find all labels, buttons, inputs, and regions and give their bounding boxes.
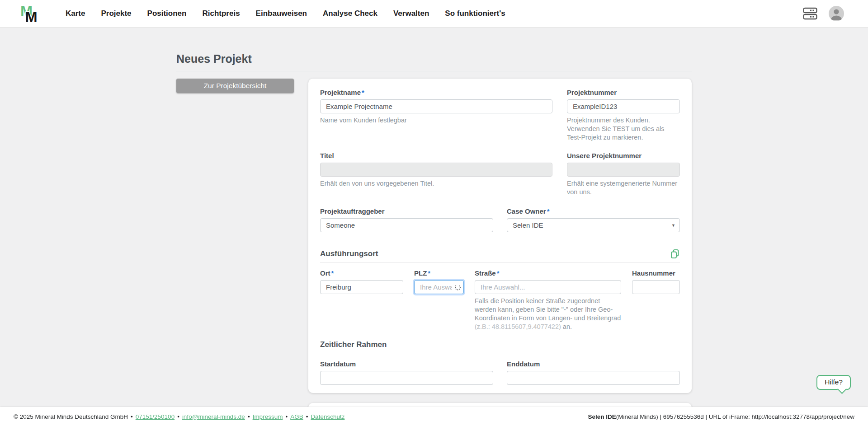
titel-hint: Erhält den von uns vorgegebenen Titel. bbox=[320, 179, 552, 188]
field-case-owner: Case Owner* Selen IDE ▼ bbox=[507, 207, 680, 232]
copy-location-button[interactable] bbox=[670, 249, 680, 259]
nav-item-projekte[interactable]: Projekte bbox=[101, 9, 131, 18]
projektnummer-hint: Projektnummer des Kunden. Verwenden Sie … bbox=[567, 116, 680, 142]
page-title: Neues Projekt bbox=[176, 28, 692, 66]
section-divider bbox=[320, 262, 680, 263]
page-footer: © 2025 Mineral Minds Deutschland GmbH • … bbox=[0, 407, 868, 426]
projektauftraggeber-label: Projektauftraggeber bbox=[320, 207, 493, 215]
field-hausnummer: Hausnummer bbox=[632, 269, 680, 331]
main-nav: Karte Projekte Positionen Richtpreis Ein… bbox=[66, 9, 505, 18]
project-overview-button[interactable]: Zur Projektübersicht bbox=[176, 79, 294, 93]
nav-item-positionen[interactable]: Positionen bbox=[147, 9, 187, 18]
svg-text:M: M bbox=[25, 9, 38, 24]
field-titel: Titel Erhält den von uns vorgegebenen Ti… bbox=[320, 152, 552, 197]
unsere-projektnummer-label: Unsere Projektnummer bbox=[567, 152, 680, 160]
case-owner-selected-value: Selen IDE bbox=[513, 221, 543, 229]
loading-spinner-icon bbox=[455, 284, 461, 290]
ort-label: Ort* bbox=[320, 269, 403, 277]
user-avatar[interactable] bbox=[828, 5, 844, 22]
case-owner-select[interactable]: Selen IDE ▼ bbox=[507, 218, 680, 232]
projektnummer-label: Projektnummer bbox=[567, 89, 680, 97]
project-new-page: Neues Projekt Zur Projektübersicht Proje… bbox=[176, 28, 692, 418]
footer-copyright: © 2025 Mineral Minds Deutschland GmbH bbox=[14, 413, 128, 420]
footer-session-info: (Mineral Minds) | 69576255536d | URL of … bbox=[616, 413, 854, 420]
footer-separator: • bbox=[285, 413, 288, 420]
strasse-input[interactable] bbox=[475, 280, 621, 294]
help-button[interactable]: Hilfe? bbox=[816, 375, 851, 390]
field-projektname: Projektname* Name vom Kunden festlegbar bbox=[320, 89, 552, 142]
startdatum-input[interactable] bbox=[320, 371, 493, 385]
project-form-card: Projektname* Name vom Kunden festlegbar … bbox=[308, 79, 692, 393]
hausnummer-input[interactable] bbox=[632, 280, 680, 294]
section-title-ausfuehrungsort: Ausführungsort bbox=[320, 249, 378, 258]
enddatum-label: Enddatum bbox=[507, 360, 680, 368]
projektauftraggeber-input[interactable] bbox=[320, 218, 493, 232]
hausnummer-label: Hausnummer bbox=[632, 269, 680, 277]
ort-input[interactable] bbox=[320, 280, 403, 294]
field-projektauftraggeber: Projektauftraggeber bbox=[320, 207, 493, 232]
field-plz: PLZ* bbox=[414, 269, 464, 331]
unsere-projektnummer-input bbox=[567, 163, 680, 177]
field-strasse: Straße* Falls die Position keiner Straße… bbox=[475, 269, 621, 331]
footer-separator: • bbox=[306, 413, 308, 420]
field-startdatum: Startdatum bbox=[320, 360, 493, 385]
footer-separator: • bbox=[177, 413, 179, 420]
field-enddatum: Enddatum bbox=[507, 360, 680, 385]
footer-email-link[interactable]: info@mineral-minds.de bbox=[182, 413, 245, 420]
server-stack-icon[interactable] bbox=[803, 7, 817, 20]
strasse-hint: Falls die Position keiner Straße zugeord… bbox=[475, 297, 621, 331]
titel-input bbox=[320, 163, 552, 177]
nav-item-verwalten[interactable]: Verwalten bbox=[393, 9, 429, 18]
footer-session-user: Selen IDE bbox=[588, 413, 616, 420]
nav-item-einbauweisen[interactable]: Einbauweisen bbox=[256, 9, 307, 18]
startdatum-label: Startdatum bbox=[320, 360, 493, 368]
footer-impressum-link[interactable]: Impressum bbox=[253, 413, 283, 420]
footer-phone-link[interactable]: 07151/250100 bbox=[136, 413, 175, 420]
strasse-label: Straße* bbox=[475, 269, 621, 277]
mineral-minds-logo-icon[interactable]: M M bbox=[20, 3, 43, 24]
nav-item-so-funktionierts[interactable]: So funktioniert's bbox=[445, 9, 505, 18]
nav-item-richtpreis[interactable]: Richtpreis bbox=[202, 9, 240, 18]
projektnummer-input[interactable] bbox=[567, 99, 680, 113]
field-projektnummer: Projektnummer Projektnummer des Kunden. … bbox=[567, 89, 680, 142]
enddatum-input[interactable] bbox=[507, 371, 680, 385]
top-navbar: M M Karte Projekte Positionen Richtpreis… bbox=[0, 0, 868, 28]
required-marker: * bbox=[428, 269, 430, 277]
footer-agb-link[interactable]: AGB bbox=[290, 413, 303, 420]
case-owner-label: Case Owner* bbox=[507, 207, 680, 215]
titel-label: Titel bbox=[320, 152, 552, 160]
nav-item-karte[interactable]: Karte bbox=[66, 9, 85, 18]
title-divider bbox=[176, 71, 692, 71]
projektname-input[interactable] bbox=[320, 99, 552, 113]
plz-label: PLZ* bbox=[414, 269, 464, 277]
unsere-projektnummer-hint: Erhält eine systemgenerierte Nummer von … bbox=[567, 179, 680, 197]
footer-separator: • bbox=[131, 413, 133, 420]
required-marker: * bbox=[362, 89, 364, 96]
field-unsere-projektnummer: Unsere Projektnummer Erhält eine systemg… bbox=[567, 152, 680, 197]
nav-item-analyse-check[interactable]: Analyse Check bbox=[323, 9, 377, 18]
required-marker: * bbox=[547, 207, 550, 215]
footer-datenschutz-link[interactable]: Datenschutz bbox=[311, 413, 344, 420]
chevron-down-icon: ▼ bbox=[671, 223, 675, 228]
required-marker: * bbox=[497, 269, 500, 277]
footer-separator: • bbox=[248, 413, 250, 420]
copy-icon bbox=[670, 249, 680, 259]
section-title-zeitlicher-rahmen: Zeitlicher Rahmen bbox=[320, 340, 387, 349]
projektname-hint: Name vom Kunden festlegbar bbox=[320, 116, 552, 125]
projektname-label: Projektname* bbox=[320, 89, 552, 97]
field-ort: Ort* bbox=[320, 269, 403, 331]
section-divider bbox=[320, 353, 680, 353]
required-marker: * bbox=[331, 269, 334, 277]
